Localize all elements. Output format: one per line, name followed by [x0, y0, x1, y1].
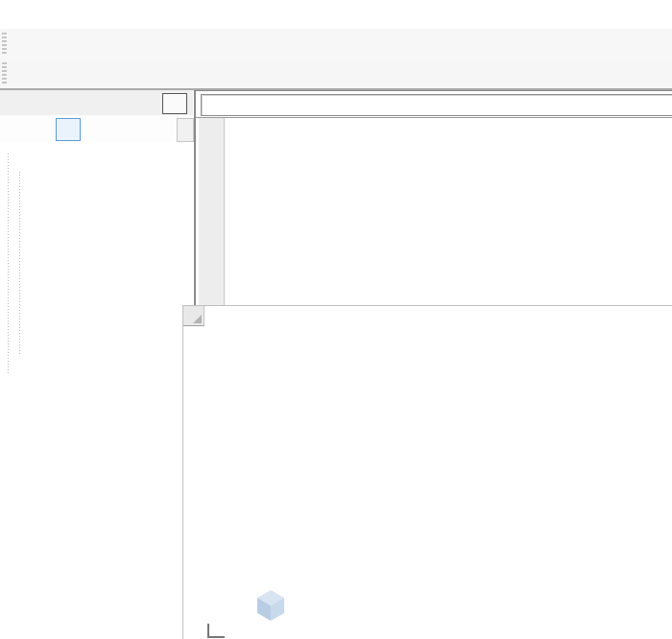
sheet-title-underline [225, 376, 636, 379]
vba-editor-window: { "window": { "title": "Microsoft Visual… [0, 0, 672, 639]
tree-scroll-button[interactable] [177, 118, 194, 142]
view-object-button[interactable] [29, 118, 52, 139]
project-explorer-panel [0, 90, 195, 639]
excel-worksheet [182, 305, 672, 639]
vba-module-icon [14, 34, 34, 53]
project-panel-toolbar [0, 115, 193, 142]
project-tree [0, 144, 193, 432]
view-code-button[interactable] [4, 118, 27, 139]
exceldemy-logo-icon [256, 589, 285, 622]
code-window-module3 [195, 90, 672, 307]
project-panel-header[interactable] [0, 90, 193, 116]
partial-cell-border [207, 624, 225, 638]
tree-guide-line [8, 154, 9, 374]
standard-toolbar [0, 58, 672, 89]
column-headers [183, 306, 672, 325]
breakpoint-margin[interactable] [199, 118, 225, 305]
menu-bar [0, 29, 672, 58]
toolbar-grip [2, 62, 7, 83]
toggle-folders-button[interactable] [56, 118, 81, 141]
code-window-header [196, 91, 672, 118]
mdi-workspace [0, 88, 672, 639]
select-all-corner[interactable] [183, 306, 204, 326]
object-dropdown[interactable] [201, 94, 672, 116]
title-bar [0, 0, 672, 30]
menubar-grip [2, 33, 7, 54]
code-editor[interactable] [225, 118, 672, 305]
tree-guide-line [19, 172, 20, 354]
exceldemy-watermark [256, 589, 289, 622]
vba-app-icon [8, 6, 25, 23]
close-icon[interactable] [162, 93, 187, 114]
